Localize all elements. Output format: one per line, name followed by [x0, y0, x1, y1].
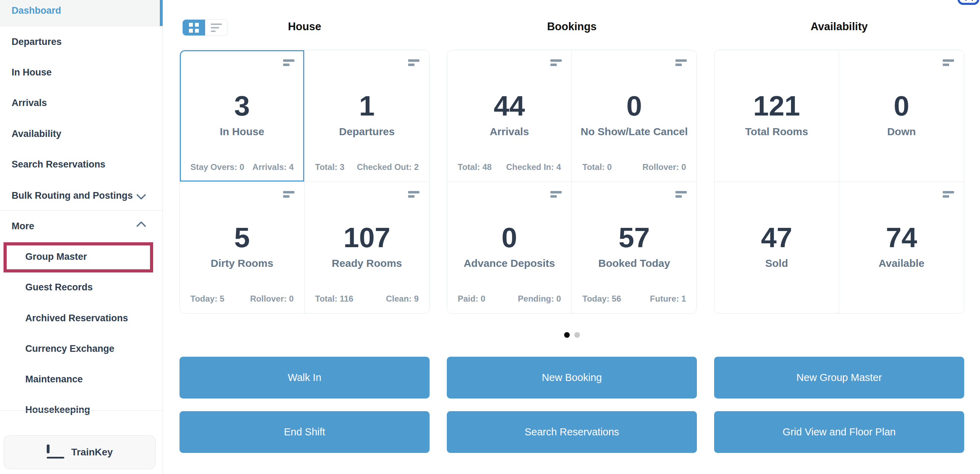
stat-value: 107: [304, 221, 429, 254]
menu-lines-icon[interactable]: [283, 191, 294, 198]
bookings-panel: 44 Arrivals Total: 48Checked In: 4 0 No …: [447, 50, 697, 313]
stat-value: 3: [180, 90, 304, 122]
sidebar: Dashboard Departures In House Arrivals A…: [0, 0, 163, 474]
assistant-face-icon: [964, 0, 968, 1]
sidebar-item-departures[interactable]: Departures: [11, 36, 62, 48]
sidebar-item-dashboard[interactable]: Dashboard: [11, 5, 61, 16]
trainkey-button[interactable]: TrainKey: [4, 435, 156, 469]
sidebar-item-archived-reservations[interactable]: Archived Reservations: [25, 312, 128, 324]
stat-value: 0: [572, 90, 697, 122]
sidebar-item-guest-records[interactable]: Guest Records: [25, 282, 93, 293]
laptop-icon: [47, 446, 64, 458]
search-reservations-button[interactable]: Search Reservations: [447, 411, 697, 453]
sidebar-item-currency-exchange[interactable]: Currency Exchange: [25, 343, 115, 354]
availability-panel: 121 Total Rooms 0 Down 47 Sold 74 Availa…: [714, 50, 964, 313]
section-title-house: House: [180, 21, 430, 33]
sidebar-item-maintenance[interactable]: Maintenance: [25, 374, 83, 385]
menu-lines-icon[interactable]: [283, 59, 294, 66]
grid-view-floor-plan-button[interactable]: Grid View and Floor Plan: [714, 411, 964, 453]
menu-lines-icon[interactable]: [550, 191, 562, 198]
stat-label: In House: [180, 126, 304, 138]
stat-card-down[interactable]: 0 Down: [839, 50, 964, 182]
stat-label: Dirty Rooms: [180, 258, 304, 269]
menu-lines-icon[interactable]: [676, 191, 687, 198]
menu-lines-icon[interactable]: [676, 59, 687, 66]
stat-card-ready-rooms[interactable]: 107 Ready Rooms Total: 116Clean: 9: [304, 182, 429, 313]
menu-lines-icon[interactable]: [550, 59, 562, 66]
stat-label: Total Rooms: [714, 126, 839, 138]
stat-card-departures[interactable]: 1 Departures Total: 3Checked Out: 2: [304, 50, 429, 182]
stat-value: 74: [839, 221, 964, 254]
stat-value: 47: [714, 221, 839, 254]
stat-sub-left: Paid: 0: [458, 294, 485, 304]
assistant-widget[interactable]: [958, 0, 979, 5]
stat-label: Advance Deposits: [447, 258, 571, 269]
stat-label: Booked Today: [572, 258, 697, 269]
stat-sub-left: Stay Overs: 0: [190, 162, 244, 172]
stat-card-in-house[interactable]: 3 In House Stay Overs: 0Arrivals: 4: [180, 50, 304, 182]
stat-sub-left: Total: 116: [315, 294, 353, 304]
menu-lines-icon[interactable]: [943, 191, 954, 198]
stat-sub-left: Today: 56: [582, 294, 621, 304]
sidebar-footer-divider: [0, 410, 162, 411]
menu-lines-icon[interactable]: [408, 191, 419, 198]
stat-label: Down: [839, 126, 964, 138]
sidebar-active-indicator: [160, 0, 162, 26]
assistant-face-icon: [970, 0, 974, 1]
stat-sub-left: Total: 0: [582, 162, 612, 172]
sidebar-divider: [0, 210, 162, 211]
stat-sub-right: Arrivals: 4: [253, 162, 294, 172]
stat-card-dirty-rooms[interactable]: 5 Dirty Rooms Today: 5Rollover: 0: [180, 182, 304, 313]
stat-value: 57: [572, 221, 697, 254]
section-title-bookings: Bookings: [447, 21, 697, 33]
chevron-down-icon[interactable]: [136, 190, 146, 200]
stat-sub-left: Today: 5: [190, 294, 224, 304]
stat-label: Ready Rooms: [304, 258, 429, 269]
trainkey-label: TrainKey: [71, 447, 113, 458]
sidebar-item-housekeeping[interactable]: Housekeeping: [25, 404, 90, 415]
sidebar-item-group-master[interactable]: Group Master: [25, 251, 87, 262]
sidebar-item-search-reservations[interactable]: Search Reservations: [11, 159, 105, 170]
menu-lines-icon[interactable]: [943, 59, 954, 66]
sidebar-item-bulk-routing[interactable]: Bulk Routing and Postings: [11, 190, 133, 201]
stat-card-arrivals[interactable]: 44 Arrivals Total: 48Checked In: 4: [447, 50, 572, 182]
stat-label: Sold: [714, 258, 839, 269]
stat-label: Available: [839, 258, 964, 269]
stat-value: 44: [447, 90, 571, 122]
end-shift-button[interactable]: End Shift: [180, 411, 430, 453]
stat-sub-left: Total: 48: [458, 162, 492, 172]
stat-value: 0: [447, 221, 571, 254]
stat-sub-left: Total: 3: [315, 162, 345, 172]
stat-sub-right: Future: 1: [650, 294, 686, 304]
stat-label: Arrivals: [447, 126, 571, 138]
stat-sub-right: Pending: 0: [518, 294, 561, 304]
stat-card-sold[interactable]: 47 Sold: [714, 182, 839, 313]
dashboard-page: Dashboard Departures In House Arrivals A…: [0, 0, 980, 474]
pagination-dot-1[interactable]: [564, 332, 570, 338]
walk-in-button[interactable]: Walk In: [180, 357, 430, 399]
new-booking-button[interactable]: New Booking: [447, 357, 697, 399]
stat-label: No Show/Late Cancel: [572, 126, 697, 138]
stat-sub-right: Checked Out: 2: [357, 162, 419, 172]
stat-card-booked-today[interactable]: 57 Booked Today Today: 56Future: 1: [572, 182, 697, 313]
stat-value: 5: [180, 221, 304, 254]
sidebar-item-more[interactable]: More: [11, 221, 34, 232]
stat-sub-right: Rollover: 0: [643, 162, 686, 172]
menu-lines-icon[interactable]: [408, 59, 419, 66]
new-group-master-button[interactable]: New Group Master: [714, 357, 964, 399]
chevron-up-icon[interactable]: [136, 221, 146, 231]
sidebar-item-arrivals[interactable]: Arrivals: [11, 97, 47, 108]
pagination-dot-2[interactable]: [574, 332, 580, 338]
house-panel: 3 In House Stay Overs: 0Arrivals: 4 1 De…: [180, 50, 430, 313]
stat-value: 1: [304, 90, 429, 122]
stat-value: 121: [714, 90, 839, 122]
stat-card-available[interactable]: 74 Available: [839, 182, 964, 313]
sidebar-item-availability[interactable]: Availability: [11, 128, 62, 139]
stat-card-total-rooms[interactable]: 121 Total Rooms: [714, 50, 839, 182]
stat-label: Departures: [304, 126, 429, 138]
stat-value: 0: [839, 90, 964, 122]
stat-sub-right: Rollover: 0: [250, 294, 294, 304]
sidebar-item-in-house[interactable]: In House: [11, 67, 52, 78]
stat-card-advance-deposits[interactable]: 0 Advance Deposits Paid: 0Pending: 0: [447, 182, 572, 313]
stat-card-no-show[interactable]: 0 No Show/Late Cancel Total: 0Rollover: …: [572, 50, 697, 182]
